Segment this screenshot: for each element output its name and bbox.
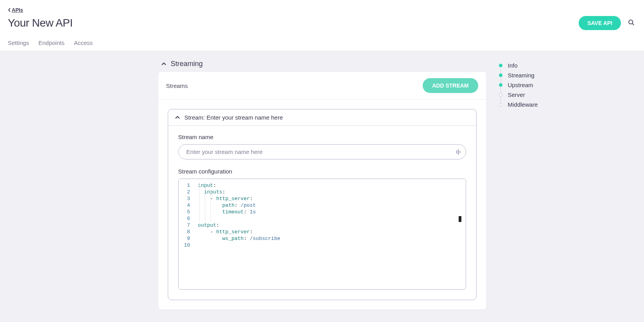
code-line: path: /post	[198, 202, 465, 209]
code-line: - http_server:	[198, 195, 465, 202]
stream-name-input[interactable]	[178, 144, 466, 159]
svg-rect-2	[456, 150, 457, 154]
nav-item-info[interactable]: Info	[499, 61, 569, 70]
save-api-button[interactable]: SAVE API	[579, 16, 621, 30]
chevron-up-icon	[161, 63, 166, 66]
chevron-left-icon	[8, 8, 11, 12]
stream-panel: Stream: Enter your stream name here Stre…	[168, 109, 477, 300]
stream-name-label: Stream name	[178, 134, 466, 140]
svg-line-1	[632, 23, 634, 25]
line-number: 6	[184, 215, 190, 222]
tab-settings[interactable]: Settings	[8, 36, 29, 51]
line-number: 1	[184, 182, 190, 189]
code-area[interactable]: input: inputs: - http_server: path: /pos…	[194, 179, 465, 289]
streaming-card: Streams ADD STREAM Stream: Enter your st…	[158, 72, 486, 309]
stream-config-label: Stream configuration	[178, 168, 466, 175]
streams-label: Streams	[166, 82, 188, 89]
nav-item-middleware[interactable]: Middleware	[499, 100, 569, 109]
nav-label: Server	[508, 91, 525, 98]
line-number: 2	[184, 189, 190, 195]
page-title: Your New API	[8, 17, 73, 29]
tab-endpoints[interactable]: Endpoints	[38, 36, 65, 51]
nav-item-server[interactable]: Server	[499, 90, 569, 100]
search-button[interactable]	[626, 18, 636, 29]
breadcrumb-back-link[interactable]: APIs	[8, 0, 23, 13]
line-number: 8	[184, 229, 190, 235]
voice-input-icon	[456, 149, 461, 155]
tab-access[interactable]: Access	[74, 36, 93, 51]
line-number: 4	[184, 202, 190, 209]
section-toggle[interactable]: Streaming	[158, 57, 486, 72]
stream-header-text: Stream: Enter your stream name here	[185, 114, 283, 121]
add-stream-button[interactable]: ADD STREAM	[423, 78, 478, 93]
svg-rect-4	[459, 151, 460, 153]
section-title: Streaming	[171, 60, 203, 68]
svg-rect-3	[458, 149, 459, 155]
code-line: input:	[198, 182, 465, 189]
code-editor[interactable]: 12345678910 input: inputs: - http_server…	[178, 179, 466, 290]
breadcrumb-label: APIs	[12, 7, 23, 13]
nav-label: Upstream	[508, 82, 533, 88]
line-number: 3	[184, 195, 190, 202]
nav-dot	[499, 93, 502, 97]
code-line: timeout: 1s	[198, 209, 465, 215]
tabs: Settings Endpoints Access	[8, 36, 636, 51]
code-line: output:	[198, 222, 465, 229]
section-nav: InfoStreamingUpstreamServerMiddleware	[499, 61, 569, 109]
stream-panel-toggle[interactable]: Stream: Enter your stream name here	[168, 109, 476, 126]
code-line: inputs:	[198, 189, 465, 195]
nav-dot	[499, 73, 502, 77]
nav-item-upstream[interactable]: Upstream	[499, 80, 569, 90]
chevron-up-icon	[175, 116, 180, 119]
nav-item-streaming[interactable]: Streaming	[499, 70, 569, 80]
code-gutter: 12345678910	[179, 179, 194, 289]
line-number: 5	[184, 209, 190, 215]
nav-dot	[499, 64, 502, 67]
nav-dot	[499, 83, 502, 87]
nav-label: Streaming	[508, 72, 535, 79]
nav-label: Middleware	[508, 101, 538, 108]
line-number: 7	[184, 222, 190, 229]
nav-dot	[499, 103, 502, 106]
text-cursor	[459, 216, 461, 222]
line-number: 10	[184, 242, 190, 249]
code-line: - http_server:	[198, 229, 465, 235]
line-number: 9	[184, 235, 190, 242]
code-line	[198, 242, 465, 249]
search-icon	[628, 19, 635, 26]
svg-point-0	[629, 20, 633, 24]
code-line: ws_path: /subscribe	[198, 235, 465, 242]
code-line	[198, 215, 465, 222]
nav-label: Info	[508, 62, 518, 69]
